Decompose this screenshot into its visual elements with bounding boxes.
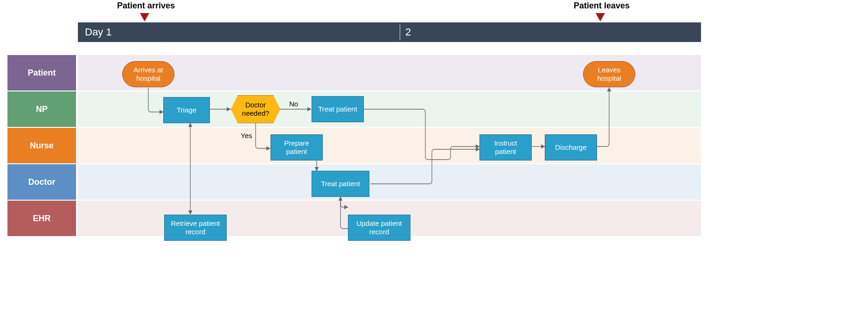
lane-label-nurse: Nurse [7, 128, 76, 163]
timeline-bar [78, 22, 701, 42]
node-leaves: Leaves hospital [583, 61, 635, 87]
node-triage: Triage [163, 97, 210, 123]
node-retrieve: Retrieve patient record [164, 215, 227, 241]
node-treat-np: Treat patient [312, 96, 364, 122]
timeline-day2-label: 2 [405, 26, 411, 38]
event-label-leaves: Patient leaves [574, 1, 630, 11]
lane-band-doctor [78, 164, 701, 200]
marker-arrives-icon [140, 13, 149, 21]
edge-label-yes: Yes [241, 132, 252, 140]
node-arrives: Arrives at hospital [122, 61, 174, 87]
timeline-day1-label: Day 1 [85, 26, 111, 38]
node-update: Update patient record [348, 215, 410, 241]
lane-label-np: NP [7, 91, 76, 127]
lane-label-doctor: Doctor [7, 164, 76, 200]
diagram-canvas: Patient arrives Patient leaves Day 1 2 P… [0, 0, 868, 314]
marker-leaves-icon [596, 13, 605, 21]
node-discharge: Discharge [545, 134, 597, 160]
node-prepare: Prepare patient [271, 134, 323, 160]
node-instruct: Instruct patient [479, 134, 532, 160]
edge-label-no: No [289, 100, 298, 108]
lane-label-patient: Patient [7, 55, 76, 91]
lane-band-nurse [78, 128, 701, 163]
event-label-arrives: Patient arrives [117, 1, 175, 11]
lane-label-ehr: EHR [7, 201, 76, 236]
timeline-divider [400, 24, 400, 40]
node-treat-doctor: Treat patient [312, 171, 369, 197]
node-doctor-needed: Doctor needed? [231, 95, 280, 123]
